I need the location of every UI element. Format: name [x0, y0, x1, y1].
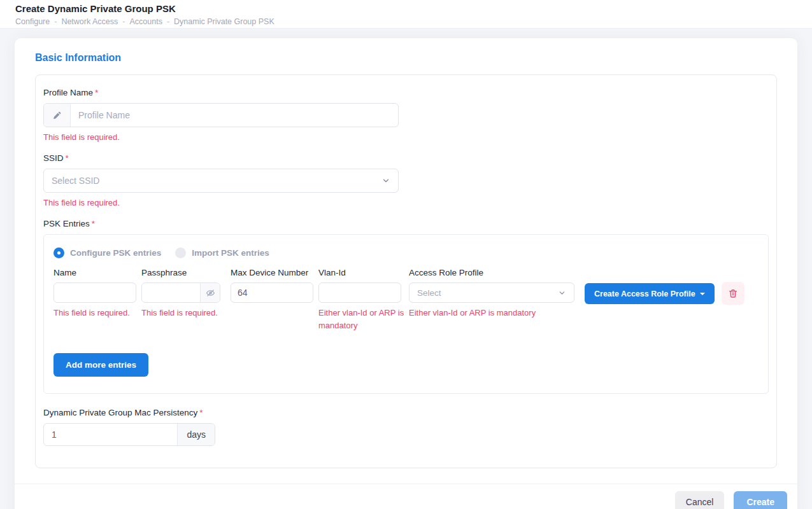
required-asterisk: * — [199, 408, 203, 417]
form-footer: Cancel Create — [15, 484, 797, 509]
add-more-entries-button[interactable]: Add more entries — [53, 353, 148, 377]
entry-arp-select[interactable]: Select — [409, 282, 574, 303]
section-title: Basic Information — [35, 52, 777, 64]
chevron-down-icon — [558, 289, 566, 297]
basic-information-form: Profile Name* This field is required. — [35, 74, 777, 468]
psk-entries-box: Configure PSK entries Import PSK entries… — [43, 234, 769, 393]
mac-persistency-field: Dynamic Private Group Mac Persistency* d… — [43, 408, 769, 446]
max-device-column-label: Max Device Number — [231, 268, 313, 277]
delete-entry-button[interactable] — [722, 282, 744, 305]
profile-name-error: This field is required. — [43, 131, 769, 144]
entry-vlan-input[interactable] — [318, 282, 401, 303]
psk-entries-field: PSK Entries* Configure PSK entries Impor… — [43, 219, 769, 393]
eye-slash-icon — [206, 288, 215, 298]
entry-arp-error: Either vlan-Id or ARP is mandatory — [409, 307, 574, 319]
breadcrumb-item-network-access[interactable]: Network Access — [61, 17, 118, 26]
radio-selected-icon — [53, 248, 64, 258]
entry-passphrase-error: This field is required. — [141, 307, 220, 319]
radio-import-psk-entries[interactable]: Import PSK entries — [175, 248, 269, 258]
caret-down-icon — [700, 293, 705, 295]
arp-select-placeholder: Select — [417, 288, 441, 298]
profile-name-input[interactable] — [71, 104, 398, 127]
radio-configure-psk-entries[interactable]: Configure PSK entries — [53, 248, 161, 258]
breadcrumb-item-current: Dynamic Private Group PSK — [174, 17, 274, 26]
profile-name-field: Profile Name* This field is required. — [43, 88, 769, 144]
ssid-label: SSID* — [43, 153, 769, 163]
breadcrumb-separator: - — [122, 17, 125, 26]
ssid-select[interactable]: Select SSID — [43, 169, 399, 193]
arp-column-label: Access Role Profile — [409, 268, 574, 277]
create-button[interactable]: Create — [734, 491, 787, 509]
name-column-label: Name — [53, 268, 136, 277]
pencil-icon — [44, 104, 71, 127]
days-unit-label: days — [177, 424, 215, 445]
profile-name-input-group — [43, 103, 399, 127]
entry-max-device-column: Max Device Number — [231, 268, 313, 303]
entry-passphrase-column: Passphrase — [141, 268, 220, 319]
entry-arp-column: Access Role Profile Select Either vlan-I… — [409, 268, 574, 319]
psk-entry-row: Name This field is required. Passphrase — [53, 268, 759, 332]
mac-persistency-input[interactable] — [44, 424, 177, 445]
required-asterisk: * — [95, 88, 98, 97]
chevron-down-icon — [381, 176, 390, 185]
entry-passphrase-input[interactable] — [142, 283, 200, 302]
entry-name-error: This field is required. — [53, 307, 136, 319]
cancel-button[interactable]: Cancel — [675, 491, 725, 509]
required-asterisk: * — [92, 219, 95, 228]
breadcrumb-item-accounts[interactable]: Accounts — [129, 17, 162, 26]
breadcrumb-item-configure[interactable]: Configure — [15, 17, 50, 26]
psk-entries-label: PSK Entries* — [43, 219, 769, 228]
entry-name-column: Name This field is required. — [53, 268, 136, 319]
profile-name-label: Profile Name* — [43, 88, 769, 97]
entry-vlan-column: Vlan-Id Either vlan-Id or ARP is mandato… — [318, 268, 401, 332]
radio-unselected-icon — [175, 248, 186, 258]
ssid-field: SSID* Select SSID This field is required… — [43, 153, 769, 209]
passphrase-column-label: Passphrase — [141, 268, 220, 277]
mac-persistency-input-group: days — [43, 423, 215, 446]
mac-persistency-label: Dynamic Private Group Mac Persistency* — [43, 408, 769, 417]
passphrase-input-group — [141, 282, 220, 303]
page-header: Create Dynamic Private Group PSK Configu… — [0, 0, 812, 29]
ssid-select-placeholder: Select SSID — [52, 176, 99, 186]
page-title: Create Dynamic Private Group PSK — [15, 3, 797, 15]
page-content: Basic Information Profile Name* — [0, 29, 812, 509]
entry-name-input[interactable] — [53, 282, 136, 303]
toggle-passphrase-visibility[interactable] — [200, 283, 220, 302]
breadcrumb-separator: - — [167, 17, 169, 26]
required-asterisk: * — [66, 153, 69, 163]
ssid-error: This field is required. — [43, 197, 769, 209]
breadcrumb-separator: - — [54, 17, 57, 26]
create-access-role-profile-button[interactable]: Create Access Role Profile — [585, 283, 715, 304]
trash-icon — [728, 288, 738, 298]
entry-max-device-input[interactable] — [231, 282, 313, 303]
psk-mode-radio-group: Configure PSK entries Import PSK entries — [53, 248, 759, 258]
entry-vlan-error: Either vlan-Id or ARP is mandatory — [318, 307, 409, 332]
create-psk-card: Basic Information Profile Name* — [15, 38, 797, 509]
breadcrumb: Configure - Network Access - Accounts - … — [15, 17, 797, 26]
vlan-column-label: Vlan-Id — [318, 268, 401, 277]
